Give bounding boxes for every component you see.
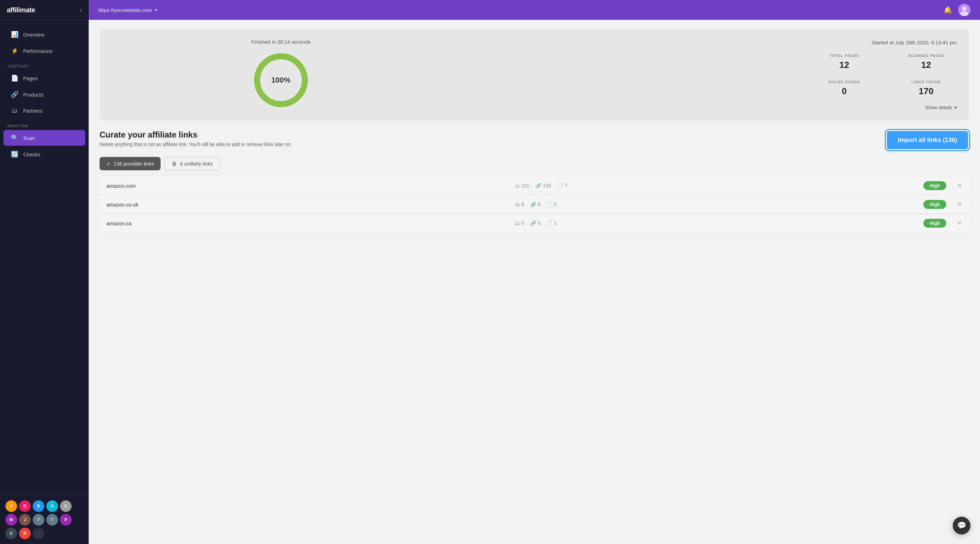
bell-icon[interactable]: 🔔 xyxy=(943,6,952,14)
monitor-section-label: MONITOR xyxy=(0,119,89,129)
url-chevron-icon: ▾ xyxy=(155,8,157,12)
links-icon: 🔗 xyxy=(530,220,536,226)
sidebar-item-products[interactable]: 🔗 Products xyxy=(3,87,85,102)
user-avatar[interactable] xyxy=(958,4,970,16)
sidebar-item-overview[interactable]: 📊 Overview xyxy=(3,27,85,42)
row-links-stat: 🔗 150 xyxy=(535,183,551,188)
scan-icon: 🔍 xyxy=(11,134,18,142)
sidebar-avatars: A G B S C M J 7 7 P C R ··· xyxy=(0,495,89,544)
scan-right: Started at July 20th 2020, 6:13:41 pm TO… xyxy=(450,40,957,110)
sidebar-item-pages-label: Pages xyxy=(23,75,38,81)
sidebar-item-partners[interactable]: 🗂 Partners xyxy=(3,103,85,118)
pages-icon: 🗂 xyxy=(515,220,520,226)
checks-icon: 🔄 xyxy=(11,150,18,158)
sidebar-item-performance[interactable]: ⚡ Performance xyxy=(3,43,85,59)
products-icon: 🔗 xyxy=(11,91,18,98)
show-details-label: Show details xyxy=(926,105,952,110)
sidebar-item-products-label: Products xyxy=(23,92,43,97)
links-count: 5 xyxy=(538,220,541,226)
avatar[interactable]: 7 xyxy=(46,514,58,526)
curate-text: Curate your affiliate links Delete anyth… xyxy=(100,130,292,147)
url-text: https://yourwebsite.com xyxy=(98,7,152,13)
row-domain: amazon.co.uk xyxy=(107,202,515,207)
close-row-button[interactable]: ✕ xyxy=(957,182,962,190)
stat-scanned-pages-label: SCANNED PAGES xyxy=(896,54,957,58)
avatar[interactable]: S xyxy=(46,500,58,512)
curate-header: Curate your affiliate links Delete anyth… xyxy=(100,130,969,150)
tab-possible-links[interactable]: ✓ 136 possible links xyxy=(100,157,161,170)
stat-scanned-pages-value: 12 xyxy=(896,60,957,70)
stat-links-found-value: 170 xyxy=(896,86,957,97)
sidebar-item-partners-label: Partners xyxy=(23,108,43,114)
avatar[interactable]: 7 xyxy=(33,514,45,526)
topbar-url[interactable]: https://yourwebsite.com ▾ xyxy=(98,7,157,13)
show-details-button[interactable]: Show details ▾ xyxy=(926,105,957,110)
avatar[interactable]: R xyxy=(19,528,31,539)
curate-title: Curate your affiliate links xyxy=(100,130,292,140)
docs-icon: 📄 xyxy=(547,220,552,226)
avatar[interactable]: P xyxy=(60,514,72,526)
scan-started-text: Started at July 20th 2020, 6:13:41 pm xyxy=(872,40,957,45)
topbar: https://yourwebsite.com ▾ 🔔 xyxy=(89,0,980,20)
docs-count: 2 xyxy=(554,202,557,207)
import-all-links-button[interactable]: Import all links (136) xyxy=(886,130,969,150)
avatar[interactable]: G xyxy=(19,500,31,512)
sidebar-nav: 📊 Overview ⚡ Performance CONTENT 📄 Pages… xyxy=(0,21,89,495)
scan-finished-text: Finished in 00:14 seconds xyxy=(251,39,310,45)
scan-summary-card: Finished in 00:14 seconds 100% Started a… xyxy=(100,29,969,120)
row-stats: 🗂 8 🔗 8 📄 2 xyxy=(515,202,923,207)
collapse-button[interactable]: ‹ xyxy=(80,6,82,14)
pages-count: 5 xyxy=(521,220,524,226)
close-row-button[interactable]: ✕ xyxy=(957,201,962,208)
donut-chart: 100% xyxy=(250,49,312,111)
pages-icon: 🗂 xyxy=(515,183,520,188)
docs-icon: 📄 xyxy=(557,183,563,188)
sidebar-item-scan-label: Scan xyxy=(23,135,35,141)
links-count: 150 xyxy=(543,183,551,188)
svg-point-1 xyxy=(962,6,967,11)
topbar-right: 🔔 xyxy=(943,4,970,16)
table-row: amazon.ca 🗂 5 🔗 5 📄 1 High xyxy=(100,214,969,233)
row-pages-stat: 🗂 121 xyxy=(515,183,529,188)
avatar[interactable]: A xyxy=(5,500,17,512)
row-pages-stat: 🗂 8 xyxy=(515,202,524,207)
chat-bubble-button[interactable]: 💬 xyxy=(953,517,970,534)
unlikely-links-icon: 🗑 xyxy=(172,161,177,166)
avatar[interactable]: M xyxy=(5,514,17,526)
row-pages-stat: 🗂 5 xyxy=(515,220,524,226)
avatar[interactable]: J xyxy=(19,514,31,526)
pages-icon: 📄 xyxy=(11,74,18,82)
stat-failed-scans: FAILED SCANS 0 xyxy=(814,80,875,97)
sidebar-item-scan[interactable]: 🔍 Scan xyxy=(3,130,85,146)
stat-total-pages-value: 12 xyxy=(814,60,875,70)
sidebar-item-pages[interactable]: 📄 Pages xyxy=(3,70,85,86)
row-domain: amazon.com xyxy=(107,183,515,189)
partners-icon: 🗂 xyxy=(11,107,18,114)
stat-failed-scans-value: 0 xyxy=(814,86,875,97)
scan-stats-grid: TOTAL PAGES 12 SCANNED PAGES 12 FAILED S… xyxy=(814,54,957,97)
table-row: amazon.co.uk 🗂 8 🔗 8 📄 2 High xyxy=(100,195,969,214)
docs-icon: 📄 xyxy=(547,202,552,207)
sidebar: affilimate ‹ 📊 Overview ⚡ Performance CO… xyxy=(0,0,89,544)
row-links-stat: 🔗 5 xyxy=(530,220,541,226)
more-avatars-button[interactable]: ··· xyxy=(33,528,45,539)
link-tabs: ✓ 136 possible links 🗑 4 unlikely links xyxy=(100,157,969,170)
avatar[interactable]: B xyxy=(33,500,45,512)
pages-count: 121 xyxy=(521,183,529,188)
stat-total-pages-label: TOTAL PAGES xyxy=(814,54,875,58)
unlikely-links-label: 4 unlikely links xyxy=(180,161,213,166)
sidebar-item-checks[interactable]: 🔄 Checks xyxy=(3,147,85,162)
links-count: 8 xyxy=(538,202,541,207)
docs-count: 1 xyxy=(554,220,557,226)
tab-unlikely-links[interactable]: 🗑 4 unlikely links xyxy=(165,157,220,170)
possible-links-icon: ✓ xyxy=(107,161,111,167)
avatar[interactable]: C xyxy=(60,500,72,512)
row-badge: High xyxy=(923,181,946,190)
table-row: amazon.com 🗂 121 🔗 150 📄 7 High xyxy=(100,176,969,195)
close-row-button[interactable]: ✕ xyxy=(957,219,962,227)
avatar[interactable]: C xyxy=(5,528,17,539)
main: https://yourwebsite.com ▾ 🔔 Finished in … xyxy=(89,0,980,544)
content-section-label: CONTENT xyxy=(0,59,89,70)
links-table: amazon.com 🗂 121 🔗 150 📄 7 High xyxy=(100,176,969,233)
sidebar-item-overview-label: Overview xyxy=(23,32,45,38)
